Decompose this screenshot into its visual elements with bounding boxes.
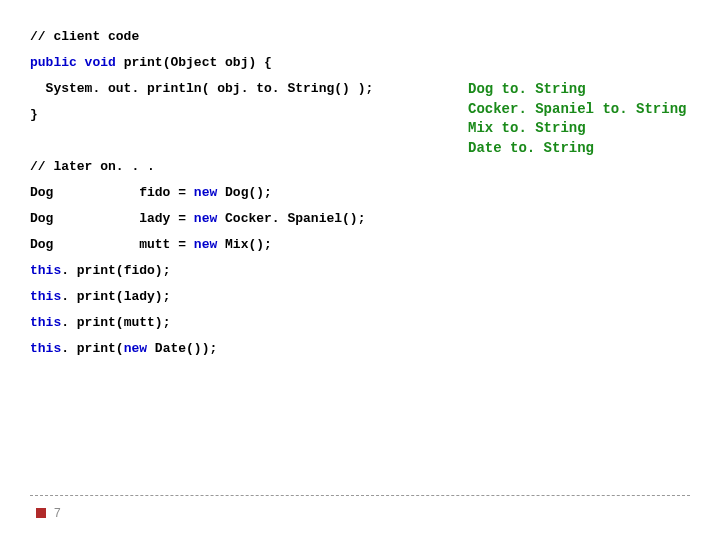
code-token: print(Object obj) { xyxy=(116,55,272,70)
code-token: this xyxy=(30,341,61,356)
code-token: this xyxy=(30,289,61,304)
content-row: // client code public void print(Object … xyxy=(0,0,720,362)
code-token: // later on. . . xyxy=(30,159,155,174)
code-token: Dog mutt = xyxy=(30,237,194,252)
code-token: Dog fido = xyxy=(30,185,194,200)
slide: // client code public void print(Object … xyxy=(0,0,720,540)
code-token: this xyxy=(30,315,61,330)
code-token: new xyxy=(124,341,147,356)
code-token: new xyxy=(194,237,217,252)
code-token: public void xyxy=(30,55,116,70)
code-token: . print( xyxy=(61,341,123,356)
code-token: Cocker. Spaniel(); xyxy=(217,211,365,226)
divider xyxy=(30,495,690,496)
code-token: Date()); xyxy=(147,341,217,356)
code-token: . print(mutt); xyxy=(61,315,170,330)
page-marker-icon xyxy=(36,508,46,518)
code-token: } xyxy=(30,107,38,122)
output-block: Dog to. String Cocker. Spaniel to. Strin… xyxy=(468,80,700,158)
code-block: // client code public void print(Object … xyxy=(30,24,450,362)
code-token: System. out. println( obj. to. String() … xyxy=(30,81,373,96)
code-token: Dog(); xyxy=(217,185,272,200)
code-token: new xyxy=(194,185,217,200)
output-column: Dog to. String Cocker. Spaniel to. Strin… xyxy=(450,24,700,362)
code-column: // client code public void print(Object … xyxy=(30,24,450,362)
code-token: . print(fido); xyxy=(61,263,170,278)
code-token: this xyxy=(30,263,61,278)
footer: 7 xyxy=(0,495,720,520)
code-token: . print(lady); xyxy=(61,289,170,304)
code-token: // client code xyxy=(30,29,139,44)
page-number: 7 xyxy=(54,506,61,520)
page-number-wrap: 7 xyxy=(30,506,690,520)
code-token: Mix(); xyxy=(217,237,272,252)
code-token: Dog lady = xyxy=(30,211,194,226)
code-token: new xyxy=(194,211,217,226)
